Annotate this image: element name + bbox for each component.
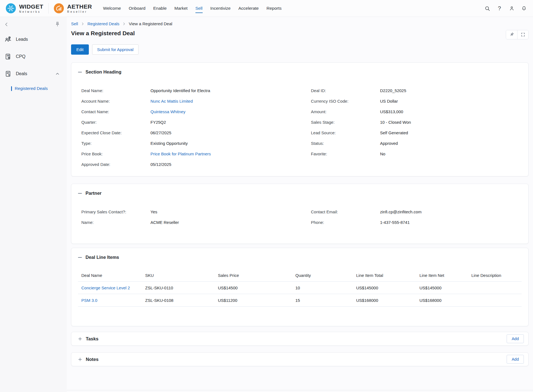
add-note-button[interactable]: Add: [507, 355, 524, 364]
sidebar-top-bar: [0, 20, 67, 29]
field-label: Price Book:: [81, 151, 150, 156]
field-label: Name:: [81, 220, 150, 225]
cell-sales-price: US$14500: [218, 285, 295, 290]
field-row: Favorite: No: [308, 148, 522, 159]
field-row: Price Book: Price Book for Platinum Part…: [78, 148, 308, 159]
field-row: Lead Source: Self Generated: [308, 127, 522, 138]
sidebar-item-cpq[interactable]: $ CPQ: [0, 48, 67, 65]
expected-close-date-value: 06/27/2025: [150, 130, 171, 135]
top-nav: Welcome Onboard Enable Market Sell Incen…: [99, 0, 285, 17]
page-actions: Edit Submit for Approval: [71, 44, 529, 55]
breadcrumb-sell-link[interactable]: Sell: [71, 21, 78, 26]
nav-item-incentivize[interactable]: Incentivize: [207, 0, 235, 17]
submit-for-approval-button[interactable]: Submit for Approval: [92, 44, 139, 55]
deal-fields-left: Deal Name: Opportunity Identified for El…: [78, 85, 308, 170]
nav-item-welcome[interactable]: Welcome: [99, 0, 125, 17]
field-row: Contact Email: zinfi.cp@zinfitech.com: [308, 206, 522, 217]
column-header: Line Item Total: [356, 273, 419, 278]
sidebar-pin-icon[interactable]: [54, 21, 61, 28]
tasks-expand-toggle[interactable]: Tasks: [78, 336, 99, 342]
collapse-dash-icon: [78, 193, 82, 194]
phone-value: 1-437-555-8741: [380, 220, 410, 225]
breadcrumb-registered-deals-link[interactable]: Registered Deals: [87, 21, 119, 26]
field-row: Name: ACME Reseller: [78, 217, 308, 227]
notification-icon[interactable]: [521, 5, 527, 11]
sidebar-item-deals[interactable]: $ Deals: [0, 65, 67, 82]
chevron-right-icon: [122, 22, 126, 26]
expand-icon: [521, 32, 526, 37]
column-header: Quantity: [295, 273, 356, 278]
table-row: Concierge Service Level 2 ZSL-SKU-0110 U…: [78, 282, 522, 294]
price-book-link[interactable]: Price Book for Platinum Partners: [150, 151, 211, 156]
add-task-button[interactable]: Add: [507, 334, 524, 343]
sidebar-item-label: Leads: [16, 37, 61, 42]
field-row: Quarter: FY25Q2: [78, 117, 308, 127]
nav-item-accelerate[interactable]: Accelerate: [235, 0, 263, 17]
app-window: WIDGET Networks AETHER Reseller: [0, 0, 533, 392]
deal-line-items-card: Deal Line Items Deal Name SKU Sales Pric…: [71, 248, 529, 326]
column-header: Line Description: [471, 273, 522, 278]
notes-expand-toggle[interactable]: Notes: [78, 357, 99, 362]
field-row: Currency ISO Code: US Dollar: [308, 96, 522, 106]
leads-icon: [4, 36, 12, 43]
field-label: Deal Name:: [81, 88, 150, 93]
field-label: Contact Email:: [311, 209, 380, 214]
cell-line-item-total: US$168000: [356, 298, 419, 303]
column-header: SKU: [145, 273, 218, 278]
sidebar-item-registered-deals[interactable]: Registered Deals: [0, 82, 67, 95]
edit-button[interactable]: Edit: [71, 44, 89, 55]
breadcrumb: Sell Registered Deals View a Registered …: [71, 17, 529, 26]
field-label: Phone:: [311, 220, 380, 225]
nav-item-market[interactable]: Market: [170, 0, 191, 17]
nav-item-enable[interactable]: Enable: [149, 0, 170, 17]
field-row: Amount: US$313,000: [308, 106, 522, 117]
partner-fields: Primary Sales Contact?: Yes Name: ACME R…: [78, 206, 522, 227]
notes-card: Notes Add: [71, 352, 529, 366]
contact-email-value: zinfi.cp@zinfitech.com: [380, 209, 421, 214]
line-items-section-toggle[interactable]: Deal Line Items: [78, 255, 522, 260]
primary-sales-contact-value: Yes: [150, 209, 157, 214]
sidebar-nav: Leads $ CPQ $: [0, 31, 67, 95]
search-icon[interactable]: [484, 5, 490, 11]
cell-quantity: 15: [295, 298, 356, 303]
pin-page-button[interactable]: [506, 30, 517, 39]
approved-date-value: 05/12/2025: [150, 162, 171, 167]
partner-section-toggle[interactable]: Partner: [78, 191, 522, 196]
line-item-deal-link[interactable]: PSM 3.0: [81, 298, 145, 303]
partner-card: Partner Primary Sales Contact?: Yes Name…: [71, 184, 529, 244]
fullscreen-button[interactable]: [517, 30, 528, 39]
sidebar-item-leads[interactable]: Leads: [0, 31, 67, 48]
user-icon[interactable]: [509, 5, 515, 11]
contact-name-link[interactable]: Quintessa Whitney: [150, 109, 185, 114]
sidebar-collapse-icon[interactable]: [3, 21, 10, 28]
account-name-link[interactable]: Nunc Ac Mattis Limited: [150, 99, 193, 103]
plus-icon: [78, 357, 82, 361]
nav-item-reports[interactable]: Reports: [263, 0, 285, 17]
nav-item-onboard[interactable]: Onboard: [125, 0, 149, 17]
main-content: Sell Registered Deals View a Registered …: [67, 17, 533, 392]
deal-id-value: D2220_52025: [380, 88, 406, 93]
line-items-table: Deal Name SKU Sales Price Quantity Line …: [78, 269, 522, 307]
aether-logo-icon: [54, 3, 64, 14]
section-title: Notes: [86, 357, 99, 362]
pin-icon: [509, 32, 514, 37]
section-title: Tasks: [86, 336, 99, 342]
field-row: Account Name: Nunc Ac Mattis Limited: [78, 96, 308, 106]
currency-iso-value: US Dollar: [380, 99, 398, 103]
field-label: Type:: [81, 141, 150, 146]
line-item-deal-link[interactable]: Concierge Service Level 2: [81, 285, 145, 290]
field-label: Expected Close Date:: [81, 130, 150, 135]
page-mini-toolbar: [506, 30, 529, 39]
brand-primary-name: WIDGET: [19, 4, 43, 9]
nav-item-sell[interactable]: Sell: [192, 0, 207, 17]
widget-networks-logo: WIDGET Networks: [6, 3, 43, 14]
cell-line-item-net: US$168000: [419, 298, 471, 303]
field-label: Primary Sales Contact?:: [81, 209, 150, 214]
help-icon[interactable]: ?: [496, 5, 502, 11]
field-row: Deal Name: Opportunity Identified for El…: [78, 85, 308, 96]
chevron-right-icon: [81, 22, 85, 26]
brand-group: WIDGET Networks AETHER Reseller: [6, 3, 92, 14]
section-heading-toggle[interactable]: Section Heading: [78, 69, 522, 75]
field-label: Quarter:: [81, 120, 150, 125]
field-label: Sales Stage:: [311, 120, 380, 125]
